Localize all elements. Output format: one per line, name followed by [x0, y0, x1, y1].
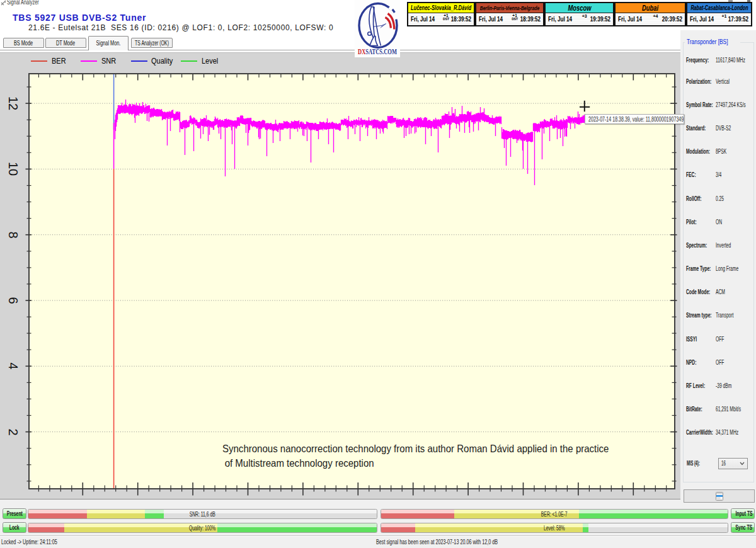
- svg-text:DXSATCS.COM: DXSATCS.COM: [358, 47, 397, 56]
